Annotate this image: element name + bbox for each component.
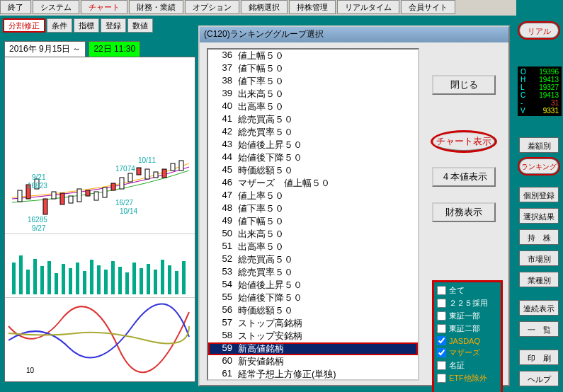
svg-rect-43 (175, 271, 178, 294)
chart-show-button[interactable]: チャート表示 (432, 132, 496, 151)
list-item-44[interactable]: 44始値後下降５０ (208, 151, 418, 164)
right-btn-0[interactable]: 差額別 (519, 137, 559, 153)
list-item-37[interactable]: 37値下幅５０ (208, 62, 418, 75)
list-item-48[interactable]: 48値下率５０ (208, 202, 418, 215)
list-item-55[interactable]: 55始値後下降５０ (208, 292, 418, 304)
right-btn-7[interactable]: 連続表示 (519, 300, 559, 316)
top-menu-4[interactable]: オプション (185, 0, 239, 14)
right-btn-6[interactable]: 業種別 (519, 272, 559, 287)
price-row: L19327 (519, 83, 560, 91)
date-to[interactable]: 22日 11:30 (89, 41, 140, 57)
list-item-36[interactable]: 36値上幅５０ (208, 50, 418, 62)
svg-rect-14 (137, 168, 141, 175)
checkbox-6[interactable] (437, 361, 446, 370)
check-7[interactable]: ETF他除外 (437, 373, 498, 384)
top-menu-7[interactable]: リアルタイム (337, 0, 399, 14)
list-item-53[interactable]: 53総売買率５０ (208, 266, 418, 279)
financial-button[interactable]: 財務表示 (432, 202, 496, 222)
list-item-50[interactable]: 50出来高５０ (208, 228, 418, 241)
right-btn-5[interactable]: 市場別 (519, 250, 559, 266)
chart-volume (5, 234, 195, 298)
right-btn-2[interactable]: 個別登録 (519, 187, 559, 202)
right-btn-3[interactable]: 選択結果 (519, 208, 559, 224)
checkbox-2[interactable] (437, 311, 446, 321)
ranking-list[interactable]: 36値上幅５０37値下幅５０38値下率５０39出来高５０40出高率５０41総売買… (207, 48, 419, 381)
sub-btn-4[interactable]: 数値 (127, 18, 153, 33)
sub-toolbar: 分割修正条件指標登録数値 (3, 18, 153, 34)
list-item-45[interactable]: 45時価総額５０ (208, 164, 418, 177)
top-menu-2[interactable]: チャート (81, 0, 127, 14)
right-btn-9[interactable]: 印 刷 (519, 350, 559, 365)
check-1[interactable]: ２２５採用 (437, 298, 498, 309)
checkbox-7[interactable] (437, 374, 446, 383)
list-item-57[interactable]: 57ストップ高銘柄 (208, 317, 418, 330)
chart-indicator: 10 (5, 298, 195, 376)
list-item-41[interactable]: 41総売買高５０ (208, 113, 418, 126)
svg-rect-44 (182, 261, 186, 294)
date-from[interactable]: 2016年 9月15日 ～ (4, 41, 86, 57)
top-menu-8[interactable]: 会員サイト (401, 0, 455, 14)
check-5[interactable]: マザーズ (437, 347, 498, 358)
check-2[interactable]: 東証一部 (437, 311, 498, 321)
svg-rect-39 (147, 264, 150, 294)
list-item-58[interactable]: 58ストップ安銘柄 (208, 330, 418, 342)
list-item-40[interactable]: 40出高率５０ (208, 100, 418, 113)
real-button[interactable]: リアル (519, 23, 559, 38)
checkbox-4[interactable] (437, 336, 446, 345)
svg-rect-8 (86, 190, 90, 196)
sub-btn-2[interactable]: 指標 (74, 18, 99, 33)
svg-rect-34 (111, 261, 115, 294)
list-item-42[interactable]: 42総売買率５０ (208, 126, 418, 139)
check-3[interactable]: 東証二部 (437, 323, 498, 334)
list-item-52[interactable]: 52総売買高５０ (208, 253, 418, 266)
sub-btn-0[interactable]: 分割修正 (3, 18, 45, 33)
checkbox-5[interactable] (437, 348, 446, 357)
list-item-61[interactable]: 61経常予想上方修正(単独) (208, 368, 418, 381)
check-4[interactable]: JASDAQ (437, 336, 498, 345)
svg-rect-37 (132, 263, 136, 294)
right-btn-4[interactable]: 持 株 (519, 229, 559, 245)
list-item-59[interactable]: 59新高値銘柄 (208, 342, 418, 355)
svg-rect-9 (94, 192, 98, 200)
list-item-49[interactable]: 49値下幅５０ (208, 215, 418, 228)
checkbox-1[interactable] (437, 299, 446, 308)
top-menu-5[interactable]: 銘柄選択 (241, 0, 288, 14)
svg-rect-20 (12, 263, 16, 294)
svg-rect-29 (76, 263, 79, 294)
sub-btn-1[interactable]: 条件 (47, 18, 72, 33)
indicator-svg (5, 298, 196, 376)
right-btn-8[interactable]: 一 覧 (519, 321, 559, 337)
svg-rect-35 (118, 267, 122, 294)
list-item-54[interactable]: 54始値後上昇５０ (208, 279, 418, 292)
svg-rect-24 (40, 266, 44, 294)
list-item-46[interactable]: 46マザーズ 値上幅５０ (208, 177, 418, 190)
right-btn-10[interactable]: ヘルプ (519, 371, 559, 386)
sub-btn-3[interactable]: 登録 (101, 18, 126, 33)
top-menu-1[interactable]: システム (33, 0, 79, 14)
close-button[interactable]: 閉じる (432, 75, 496, 95)
list-item-60[interactable]: 60新安値銘柄 (208, 355, 418, 368)
chart-annotation: 17074 (115, 165, 135, 173)
list-item-38[interactable]: 38値下率５０ (208, 75, 418, 88)
svg-rect-12 (120, 178, 124, 189)
right-btn-1[interactable]: ランキング (519, 158, 559, 174)
top-menu-6[interactable]: 持株管理 (289, 0, 336, 14)
svg-rect-10 (103, 188, 107, 197)
checkbox-0[interactable] (437, 286, 446, 295)
top-menu-0[interactable]: 終了 (0, 0, 31, 14)
list-item-56[interactable]: 56時価総額５０ (208, 304, 418, 317)
chart-area: 9/2116823162859/2710/111707416/2710/14 (4, 57, 195, 382)
check-6[interactable]: 名証 (437, 360, 498, 371)
svg-rect-26 (55, 273, 58, 294)
four-values-button[interactable]: ４本値表示 (432, 167, 496, 187)
chart-annotation: 10/11 (138, 156, 156, 164)
list-item-51[interactable]: 51出高率５０ (208, 241, 418, 253)
list-item-43[interactable]: 43始値後上昇５０ (208, 139, 418, 151)
checkbox-3[interactable] (437, 324, 446, 333)
date-bar: 2016年 9月15日 ～ 22日 11:30 (4, 41, 140, 57)
list-item-47[interactable]: 47値上率５０ (208, 190, 418, 202)
check-0[interactable]: 全て (437, 285, 498, 296)
top-menu-3[interactable]: 財務・業績 (129, 0, 183, 14)
list-item-39[interactable]: 39出来高５０ (208, 88, 418, 100)
x-axis-label: 10 (26, 367, 34, 374)
